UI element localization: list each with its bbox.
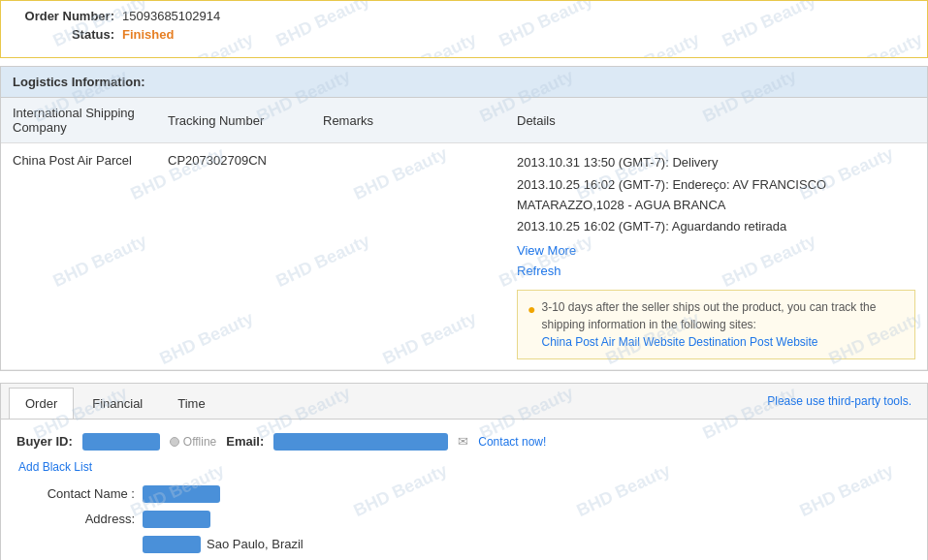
status-row: Status: Finished — [16, 27, 912, 42]
detail-line-2: 2013.10.25 16:02 (GMT-7): Endereço: AV F… — [517, 175, 915, 216]
buyer-row: Buyer ID: Offline Email: ✉ Contact now! — [16, 433, 912, 451]
offline-badge: Offline — [170, 435, 216, 449]
buyer-id-value — [82, 433, 160, 451]
address-label: Address: — [16, 512, 143, 526]
logistics-header-label: Logistics Information: — [13, 75, 145, 89]
tabs-body: Buyer ID: Offline Email: ✉ Contact now! … — [1, 420, 927, 560]
order-number-row: Order Number: 15093685102914 — [16, 9, 912, 23]
offline-dot-icon — [170, 437, 179, 447]
email-label: Email: — [226, 434, 264, 449]
logistics-section: BHD Beauty BHD Beauty BHD Beauty BHD Bea… — [0, 66, 928, 371]
cell-details: 2013.10.31 13:50 (GMT-7): Delivery 2013.… — [505, 143, 927, 370]
col-company: International Shipping Company — [1, 98, 156, 143]
tabs-section: BHD Beauty BHD Beauty BHD Beauty BHD Bea… — [0, 383, 928, 560]
cell-remarks — [311, 143, 505, 370]
tabs-left: Order Financial Time — [9, 384, 224, 419]
china-post-link[interactable]: China Post Air Mail Website — [541, 335, 685, 349]
contact-name-value — [143, 485, 220, 503]
logistics-table: International Shipping Company Tracking … — [1, 98, 927, 370]
contact-now-link[interactable]: Contact now! — [478, 435, 546, 449]
status-value: Finished — [122, 27, 174, 42]
cell-tracking: CP207302709CN — [156, 143, 311, 370]
city-row: Sao Paulo, Brazil — [16, 536, 912, 553]
destination-post-link[interactable]: Destination Post Website — [688, 335, 818, 349]
address-row: Address: — [16, 511, 912, 528]
status-label: Status: — [16, 27, 122, 42]
tab-time[interactable]: Time — [161, 388, 221, 419]
view-more-link[interactable]: View More — [517, 241, 915, 262]
info-box: ● 3-10 days after the seller ships out t… — [517, 290, 915, 359]
info-text: 3-10 days after the seller ships out the… — [541, 298, 905, 351]
order-info-section: BHD Beauty BHD Beauty BHD Beauty BHD Bea… — [0, 0, 928, 58]
refresh-link[interactable]: Refresh — [517, 262, 915, 282]
contact-name-label: Contact Name : — [16, 486, 143, 501]
buyer-id-label: Buyer ID: — [16, 434, 73, 449]
col-details: Details — [505, 98, 927, 143]
cell-company: China Post Air Parcel — [1, 143, 156, 370]
col-remarks: Remarks — [311, 98, 505, 143]
tab-order[interactable]: Order — [9, 388, 74, 419]
col-tracking: Tracking Number — [156, 98, 311, 143]
logistics-header: Logistics Information: — [1, 67, 927, 98]
contact-name-row: Contact Name : — [16, 485, 912, 503]
city-block — [143, 536, 201, 553]
detail-line-3: 2013.10.25 16:02 (GMT-7): Aguardando ret… — [517, 217, 915, 237]
order-number-label: Order Number: — [16, 9, 122, 23]
tab-financial[interactable]: Financial — [76, 388, 159, 419]
info-icon: ● — [528, 299, 535, 320]
logistics-table-header-row: International Shipping Company Tracking … — [1, 98, 927, 143]
email-value — [273, 433, 448, 451]
third-party-note: Please use third-party tools. — [767, 394, 919, 408]
detail-line-1: 2013.10.31 13:50 (GMT-7): Delivery — [517, 153, 915, 173]
mail-icon: ✉ — [458, 434, 468, 449]
address-value — [143, 511, 210, 528]
logistics-data-row: China Post Air Parcel CP207302709CN 2013… — [1, 143, 927, 370]
tabs-header: Order Financial Time Please use third-pa… — [1, 384, 927, 420]
offline-label: Offline — [183, 435, 216, 449]
order-number-value: 15093685102914 — [122, 9, 220, 23]
add-blacklist-link[interactable]: Add Black List — [18, 460, 912, 474]
city-value: Sao Paulo, Brazil — [207, 537, 304, 551]
